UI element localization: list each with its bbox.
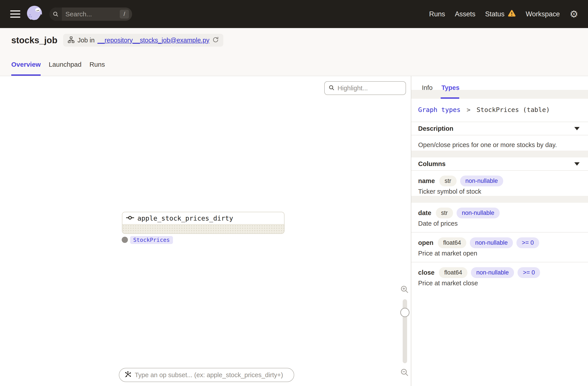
search-shortcut-badge: / (120, 10, 129, 19)
output-type-tag[interactable]: StockPrices (130, 236, 173, 244)
column-name: open (418, 239, 433, 246)
job-origin-chip: Job in __repository__stocks_job@example.… (63, 34, 223, 47)
tab-launchpad[interactable]: Launchpad (49, 61, 81, 76)
search-icon (49, 7, 62, 21)
type-info-panel: Info Types Graph types > StockPrices (ta… (411, 76, 588, 386)
zoom-slider-thumb[interactable] (400, 308, 410, 317)
reload-icon[interactable] (212, 37, 219, 44)
graph-canvas[interactable]: apple_stock_prices_dirty StockPrices (0, 76, 411, 386)
global-search[interactable]: Search... / (49, 7, 132, 21)
nav-status-label: Status (485, 10, 504, 18)
nav-status[interactable]: Status (485, 9, 516, 19)
nav-runs[interactable]: Runs (429, 10, 445, 18)
zoom-out-icon[interactable] (400, 368, 409, 378)
column-badge-chip: non-nullable (457, 208, 500, 218)
job-page-header: stocks_job Job in __repository__stocks_j… (0, 28, 588, 76)
panel-tab-info[interactable]: Info (422, 84, 433, 91)
column-description: Ticker symbol of stock (418, 188, 581, 195)
breadcrumb-graph-types-link[interactable]: Graph types (418, 106, 461, 114)
column-name: name (418, 177, 435, 185)
op-node-apple-stock-prices-dirty[interactable]: apple_stock_prices_dirty (122, 212, 285, 234)
column-description: Price at market close (418, 280, 581, 286)
column-constraint-chip: >= 0 (518, 267, 540, 278)
repository-file-link[interactable]: __repository__stocks_job@example.py (97, 37, 210, 44)
column-name: close (418, 269, 435, 276)
column-row-open: open float64 non-nullable >= 0 Price at … (411, 233, 588, 262)
collapse-caret-icon (574, 127, 580, 130)
job-graph-icon (68, 36, 75, 44)
menu-icon[interactable] (10, 10, 20, 18)
output-port-dot[interactable] (122, 237, 128, 243)
zoom-in-icon[interactable] (400, 285, 409, 295)
column-row-name: name str non-nullable Ticker symbol of s… (411, 171, 588, 196)
page-title: stocks_job (11, 35, 57, 45)
column-name: date (418, 209, 431, 217)
collapse-caret-icon (574, 162, 580, 166)
op-node-title: apple_stock_prices_dirty (137, 214, 233, 222)
panel-tab-active-underline (441, 97, 459, 99)
breadcrumb-separator: > (467, 106, 470, 114)
column-badge-chip: non-nullable (460, 176, 503, 186)
highlight-input[interactable] (337, 84, 402, 92)
description-text: Open/close prices for one or more stocks… (411, 135, 588, 151)
op-node-body (122, 224, 284, 233)
dagster-app-window: Search... / Runs Assets Status Workspace… (0, 0, 588, 386)
panel-tab-types[interactable]: Types (441, 84, 460, 91)
breadcrumb-current: StockPrices (table) (476, 106, 550, 114)
nav-assets[interactable]: Assets (455, 10, 475, 18)
column-type-chip: float64 (438, 237, 466, 248)
op-selector-icon (124, 371, 132, 379)
description-section-header[interactable]: Description (411, 122, 588, 135)
top-navigation-bar: Search... / Runs Assets Status Workspace… (0, 0, 588, 28)
column-badge-chip: non-nullable (471, 267, 514, 278)
tab-overview[interactable]: Overview (11, 61, 41, 76)
panel-tab-bar: Info Types (411, 76, 588, 99)
job-tabs: Overview Launchpad Runs (11, 61, 105, 76)
job-origin-prefix: Job in (78, 37, 95, 44)
columns-section-header[interactable]: Columns (411, 158, 588, 171)
column-row-close: close float64 non-nullable >= 0 Price at… (411, 262, 588, 292)
dagster-logo-icon[interactable] (25, 4, 45, 24)
columns-section-label: Columns (418, 160, 445, 168)
warning-icon (508, 9, 516, 19)
highlight-input-wrapper (324, 81, 406, 95)
op-icon (126, 215, 134, 221)
tab-runs[interactable]: Runs (89, 61, 105, 76)
op-subset-wrapper (119, 368, 294, 382)
column-description: Date of prices (418, 220, 581, 227)
column-description: Price at market open (418, 250, 581, 257)
settings-gear-icon[interactable]: ⚙ (570, 9, 578, 19)
search-placeholder: Search... (65, 10, 120, 18)
column-type-chip: str (436, 208, 453, 218)
section-separator-band (411, 151, 588, 158)
op-subset-input[interactable] (135, 371, 289, 379)
top-nav-links: Runs Assets Status Workspace ⚙ (429, 9, 578, 19)
highlight-search-icon (328, 84, 335, 92)
column-row-date: date str non-nullable Date of prices (411, 203, 588, 232)
column-type-chip: float64 (439, 267, 467, 278)
section-separator-band (411, 196, 588, 203)
column-badge-chip: non-nullable (470, 237, 513, 248)
breadcrumb: Graph types > StockPrices (table) (411, 99, 588, 122)
column-type-chip: str (439, 176, 457, 186)
column-constraint-chip: >= 0 (516, 237, 539, 248)
nav-workspace[interactable]: Workspace (526, 10, 560, 18)
description-section-label: Description (418, 125, 454, 132)
